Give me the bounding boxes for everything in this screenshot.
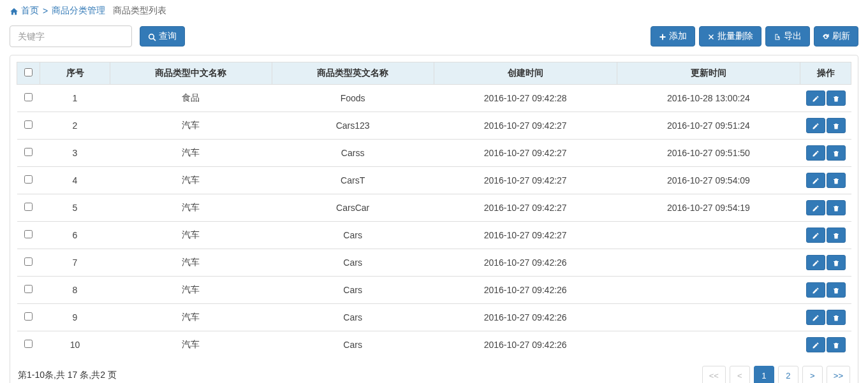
- delete-button[interactable]: [827, 145, 846, 161]
- cell-created: 2016-10-27 09:42:26: [434, 304, 617, 331]
- add-button-label: 添加: [669, 31, 687, 42]
- trash-icon: [832, 203, 840, 212]
- cell-en-name: Cars: [272, 222, 434, 249]
- category-table: 序号 商品类型中文名称 商品类型英文名称 创建时间 更新时间 操作 1食品Foo…: [17, 62, 851, 358]
- delete-button[interactable]: [827, 282, 846, 298]
- plus-icon: [659, 31, 666, 41]
- cell-updated: 2016-10-27 09:54:19: [617, 194, 800, 222]
- delete-button[interactable]: [827, 337, 846, 352]
- cell-created: 2016-10-27 09:42:26: [434, 249, 617, 277]
- cell-index: 5: [40, 194, 110, 222]
- add-button[interactable]: 添加: [651, 26, 695, 47]
- pagination: << < 1 2 > >>: [702, 366, 850, 383]
- page-prev[interactable]: <: [730, 366, 750, 383]
- row-checkbox[interactable]: [24, 93, 33, 101]
- breadcrumb-section-link[interactable]: 商品分类管理: [52, 5, 105, 17]
- breadcrumb-home-link[interactable]: 首页: [10, 5, 39, 17]
- page-1[interactable]: 1: [754, 366, 774, 383]
- search-button-label: 查询: [159, 31, 177, 42]
- cell-updated: 2016-10-27 09:54:09: [617, 167, 800, 194]
- breadcrumb: 首页 > 商品分类管理 商品类型列表: [0, 0, 868, 22]
- cell-cn-name: 汽车: [110, 222, 272, 249]
- edit-button[interactable]: [806, 200, 825, 215]
- cell-created: 2016-10-27 09:42:26: [434, 277, 617, 304]
- export-button[interactable]: 导出: [765, 26, 810, 47]
- page-next[interactable]: >: [802, 366, 823, 383]
- row-checkbox[interactable]: [24, 175, 33, 184]
- cell-created: 2016-10-27 09:42:27: [434, 140, 617, 167]
- row-checkbox[interactable]: [24, 230, 33, 238]
- edit-button[interactable]: [806, 282, 825, 298]
- row-checkbox[interactable]: [24, 340, 33, 348]
- edit-button[interactable]: [806, 255, 825, 270]
- cell-updated: 2016-10-28 13:00:24: [617, 85, 800, 112]
- trash-icon: [832, 231, 840, 240]
- edit-button[interactable]: [806, 90, 825, 106]
- edit-icon: [812, 148, 820, 157]
- cell-index: 9: [40, 304, 110, 331]
- delete-button[interactable]: [827, 200, 846, 215]
- trash-icon: [832, 94, 840, 103]
- home-icon: [10, 6, 18, 16]
- cell-created: 2016-10-27 09:42:28: [434, 85, 617, 112]
- toolbar: 查询 添加 批量删除 导出 刷新: [0, 22, 868, 55]
- th-checkall: [17, 62, 40, 85]
- edit-button[interactable]: [806, 145, 825, 161]
- batch-delete-button-label: 批量删除: [717, 31, 753, 42]
- breadcrumb-sep: >: [43, 6, 48, 16]
- cell-en-name: CarsCar: [272, 194, 434, 222]
- page-2[interactable]: 2: [778, 366, 798, 383]
- page-last[interactable]: >>: [827, 366, 850, 383]
- page-first[interactable]: <<: [702, 366, 726, 383]
- row-checkbox[interactable]: [24, 120, 33, 129]
- edit-button[interactable]: [806, 173, 825, 188]
- table-row: 10汽车Cars2016-10-27 09:42:26: [17, 331, 851, 359]
- row-checkbox[interactable]: [24, 148, 33, 156]
- edit-button[interactable]: [806, 310, 825, 325]
- delete-button[interactable]: [827, 255, 846, 270]
- edit-button[interactable]: [806, 228, 825, 243]
- table-row: 5汽车CarsCar2016-10-27 09:42:272016-10-27 …: [17, 194, 851, 222]
- search-button[interactable]: 查询: [140, 26, 185, 47]
- trash-icon: [832, 340, 840, 349]
- cell-en-name: Cars: [272, 249, 434, 277]
- delete-button[interactable]: [827, 90, 846, 106]
- cell-updated: [617, 331, 800, 359]
- table-row: 6汽车Cars2016-10-27 09:42:27: [17, 222, 851, 249]
- trash-icon: [832, 121, 840, 130]
- edit-button[interactable]: [806, 337, 825, 352]
- cell-updated: [617, 249, 800, 277]
- row-checkbox[interactable]: [24, 257, 33, 266]
- cell-cn-name: 汽车: [110, 277, 272, 304]
- row-checkbox[interactable]: [24, 285, 33, 293]
- search-input[interactable]: [10, 25, 132, 47]
- th-en-name: 商品类型英文名称: [272, 62, 434, 85]
- th-cn-name: 商品类型中文名称: [110, 62, 272, 85]
- cell-cn-name: 汽车: [110, 112, 272, 140]
- breadcrumb-current: 商品类型列表: [113, 5, 166, 17]
- checkall-checkbox[interactable]: [24, 68, 33, 76]
- edit-icon: [812, 340, 820, 349]
- th-index: 序号: [40, 62, 110, 85]
- refresh-button[interactable]: 刷新: [814, 26, 858, 47]
- cell-cn-name: 食品: [110, 85, 272, 112]
- refresh-icon: [822, 31, 830, 41]
- delete-button[interactable]: [827, 310, 846, 325]
- batch-delete-button[interactable]: 批量删除: [699, 26, 761, 47]
- edit-button[interactable]: [806, 118, 825, 133]
- cell-index: 3: [40, 140, 110, 167]
- toolbar-left: 查询: [10, 25, 185, 47]
- cell-index: 4: [40, 167, 110, 194]
- delete-button[interactable]: [827, 228, 846, 243]
- row-checkbox[interactable]: [24, 312, 33, 321]
- refresh-button-label: 刷新: [832, 31, 850, 42]
- delete-button[interactable]: [827, 118, 846, 133]
- breadcrumb-home-label: 首页: [21, 5, 39, 17]
- trash-icon: [832, 258, 840, 267]
- export-button-label: 导出: [784, 31, 802, 42]
- table-row: 1食品Foods2016-10-27 09:42:282016-10-28 13…: [17, 85, 851, 112]
- row-checkbox[interactable]: [24, 203, 33, 211]
- toolbar-right: 添加 批量删除 导出 刷新: [651, 26, 858, 47]
- cell-index: 7: [40, 249, 110, 277]
- delete-button[interactable]: [827, 173, 846, 188]
